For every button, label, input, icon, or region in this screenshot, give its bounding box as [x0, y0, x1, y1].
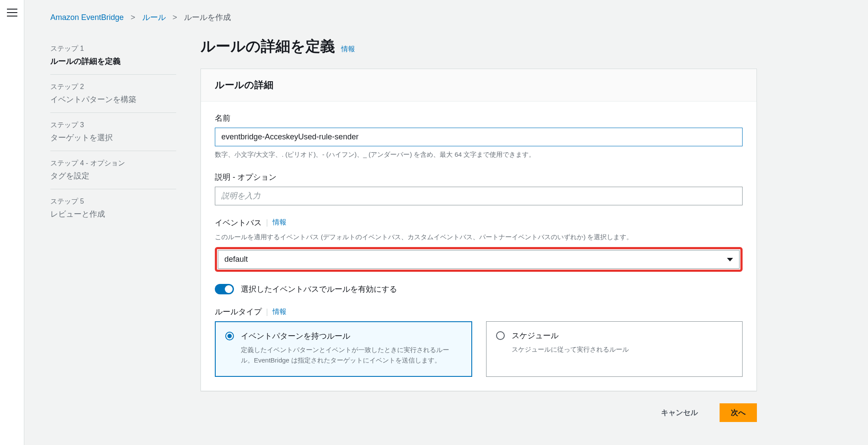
step-1[interactable]: ステップ 1 ルールの詳細を定義 — [50, 36, 176, 75]
rule-type-schedule-tile[interactable]: スケジュール スケジュールに従って実行されるルール — [486, 321, 743, 377]
chevron-right-icon: > — [173, 13, 178, 22]
step-4[interactable]: ステップ 4 - オプション タグを設定 — [50, 151, 176, 189]
page-title-text: ルールの詳細を定義 — [201, 36, 335, 56]
page-title: ルールの詳細を定義 情報 — [201, 36, 757, 56]
name-label: 名前 — [215, 113, 743, 123]
step-title: レビューと作成 — [50, 209, 176, 219]
breadcrumb-root[interactable]: Amazon EventBridge — [50, 13, 124, 22]
event-bus-select[interactable]: default — [218, 250, 740, 269]
step-label: ステップ 4 - オプション — [50, 159, 176, 168]
step-label: ステップ 5 — [50, 197, 176, 206]
wizard-steps: ステップ 1 ルールの詳細を定義 ステップ 2 イベントパターンを構築 ステップ… — [50, 36, 176, 227]
step-2[interactable]: ステップ 2 イベントパターンを構築 — [50, 75, 176, 113]
label-divider: | — [266, 218, 268, 227]
next-button[interactable]: 次へ — [720, 403, 757, 422]
rule-type-field: ルールタイプ | 情報 イベントパターンを持つルール 定義したイベントパターンと… — [215, 307, 743, 377]
event-bus-field: イベントバス | 情報 このルールを適用するイベントバス (デフォルトのイベント… — [215, 218, 743, 272]
event-bus-label: イベントバス — [215, 218, 262, 228]
step-3[interactable]: ステップ 3 ターゲットを選択 — [50, 113, 176, 151]
step-title: ターゲットを選択 — [50, 132, 176, 143]
wizard-footer: キャンセル 次へ — [201, 391, 757, 422]
name-input[interactable] — [215, 128, 743, 146]
name-field: 名前 数字、小文字/大文字、. (ピリオド)、- (ハイフン)、_ (アンダーバ… — [215, 113, 743, 160]
step-label: ステップ 1 — [50, 44, 176, 53]
tile-title: イベントパターンを持つルール — [241, 331, 462, 341]
rule-detail-panel: ルールの詳細 名前 数字、小文字/大文字、. (ピリオド)、- (ハイフン)、_… — [201, 69, 757, 391]
step-label: ステップ 2 — [50, 82, 176, 92]
breadcrumb-rules[interactable]: ルール — [142, 12, 166, 23]
breadcrumb-current: ルールを作成 — [184, 12, 231, 23]
info-link[interactable]: 情報 — [341, 45, 355, 54]
step-title: イベントパターンを構築 — [50, 94, 176, 105]
info-link[interactable]: 情報 — [273, 218, 286, 227]
event-bus-value: default — [224, 255, 248, 264]
enable-toggle-label: 選択したイベントバスでルールを有効にする — [241, 284, 397, 294]
event-bus-help: このルールを適用するイベントバス (デフォルトのイベントバス、カスタムイベントバ… — [215, 232, 743, 242]
tile-desc: 定義したイベントパターンとイベントが一致したときに実行されるルール。EventB… — [241, 345, 462, 366]
radio-icon — [496, 331, 505, 340]
step-title: ルールの詳細を定義 — [50, 56, 176, 66]
rule-type-pattern-tile[interactable]: イベントパターンを持つルール 定義したイベントパターンとイベントが一致したときに… — [215, 321, 472, 377]
panel-header: ルールの詳細 — [201, 69, 756, 102]
step-label: ステップ 3 — [50, 121, 176, 130]
enable-toggle[interactable] — [215, 284, 234, 294]
rule-type-label: ルールタイプ — [215, 307, 262, 317]
cancel-button[interactable]: キャンセル — [650, 403, 709, 422]
caret-down-icon — [727, 258, 733, 261]
label-divider: | — [266, 307, 268, 316]
tile-desc: スケジュールに従って実行されるルール — [512, 344, 733, 355]
description-input[interactable] — [215, 187, 743, 205]
breadcrumb: Amazon EventBridge > ルール > ルールを作成 — [50, 12, 757, 23]
event-bus-highlight: default — [215, 247, 743, 272]
description-label: 説明 - オプション — [215, 172, 743, 182]
description-field: 説明 - オプション — [215, 172, 743, 205]
chevron-right-icon: > — [131, 13, 135, 22]
tile-title: スケジュール — [512, 330, 733, 341]
enable-toggle-row: 選択したイベントバスでルールを有効にする — [215, 284, 743, 294]
step-5[interactable]: ステップ 5 レビューと作成 — [50, 189, 176, 227]
step-title: タグを設定 — [50, 171, 176, 181]
name-help: 数字、小文字/大文字、. (ピリオド)、- (ハイフン)、_ (アンダーバー) … — [215, 150, 743, 160]
info-link[interactable]: 情報 — [273, 307, 286, 316]
radio-icon — [225, 332, 234, 340]
menu-icon[interactable] — [7, 9, 17, 16]
